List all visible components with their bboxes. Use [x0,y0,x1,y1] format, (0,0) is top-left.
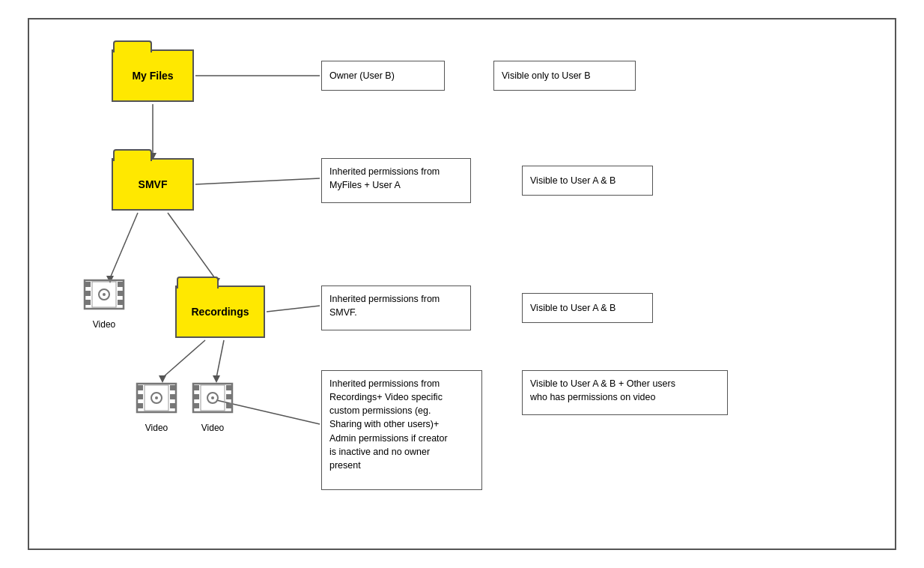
info-box-owner: Owner (User B) [321,61,445,91]
svg-rect-18 [118,282,124,287]
svg-line-6 [162,340,205,378]
svg-line-12 [267,306,320,312]
info-box-inherited-myfiles: Inherited permissions fromMyFiles + User… [321,158,471,203]
svg-rect-36 [193,394,199,399]
info-box-inherited-recordings-text: Inherited permissions fromRecordings+ Vi… [329,378,448,471]
info-box-visible1: Visible only to User B [493,61,636,91]
folder-recordings: Recordings [175,285,265,338]
svg-rect-40 [226,403,232,408]
info-box-inherited-myfiles-text: Inherited permissions fromMyFiles + User… [329,166,440,190]
svg-rect-27 [137,403,143,408]
svg-rect-35 [193,385,199,390]
info-box-visible3: Visible to User A & B [522,293,653,323]
info-box-visible2: Visible to User A & B [522,166,653,196]
smvf-label: SMVF [139,178,168,190]
info-box-visible4-text: Visible to User A & B + Other userswho h… [530,378,675,402]
film-reel-video1 [82,274,127,315]
svg-rect-25 [137,385,143,390]
svg-point-23 [103,293,106,296]
video3-label: Video [190,423,235,433]
info-box-inherited-smvf: Inherited permissions fromSMVF. [321,285,471,330]
info-box-visible1-text: Visible only to User B [502,69,591,82]
svg-rect-29 [170,394,176,399]
info-box-inherited-smvf-text: Inherited permissions fromSMVF. [329,294,440,318]
recordings-label: Recordings [191,306,249,318]
svg-rect-37 [193,403,199,408]
folder-smvf: SMVF [112,158,194,211]
svg-rect-28 [170,385,176,390]
info-box-visible3-text: Visible to User A & B [530,301,616,315]
svg-rect-15 [85,282,91,287]
svg-rect-20 [118,300,124,305]
svg-point-33 [155,396,158,399]
svg-rect-26 [137,394,143,399]
svg-line-2 [110,213,138,278]
info-box-inherited-recordings: Inherited permissions fromRecordings+ Vi… [321,370,482,490]
film-reel-video2 [134,378,179,419]
info-box-visible4: Visible to User A & B + Other userswho h… [522,370,728,415]
svg-rect-16 [85,291,91,296]
film-reel-video3 [190,378,235,419]
video2-label: Video [134,423,179,433]
folder-myfiles: My Files [112,49,194,102]
svg-line-4 [168,213,216,280]
svg-rect-19 [118,291,124,296]
info-box-owner-text: Owner (User B) [329,69,395,82]
svg-line-11 [195,178,320,184]
svg-rect-30 [170,403,176,408]
myfiles-label: My Files [132,70,173,82]
video1-label: Video [82,319,127,330]
diagram-container: My Files SMVF Recordings Video [28,18,896,550]
svg-rect-39 [226,394,232,399]
svg-line-8 [216,340,224,378]
svg-rect-17 [85,300,91,305]
info-box-visible2-text: Visible to User A & B [530,174,616,187]
svg-point-43 [211,396,214,399]
svg-rect-38 [226,385,232,390]
